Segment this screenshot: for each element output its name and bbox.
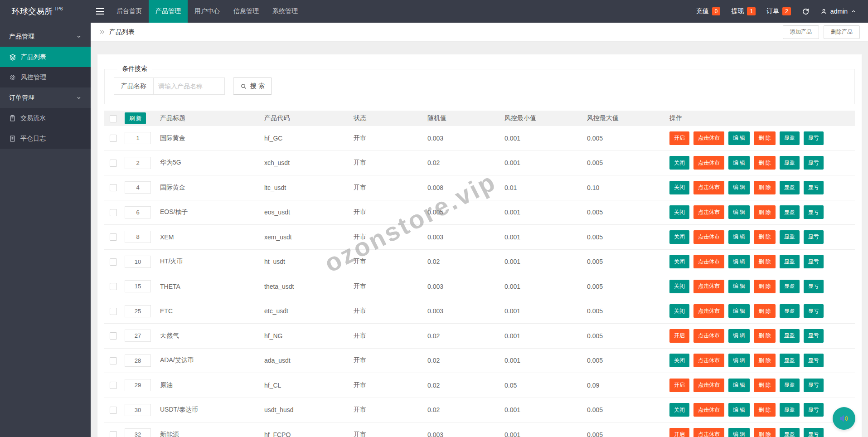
show-profit-button[interactable]: 显盈	[780, 403, 800, 417]
row-checkbox[interactable]	[110, 209, 117, 216]
edit-button[interactable]: 编 辑	[728, 379, 750, 392]
row-id-input[interactable]: 29	[125, 379, 151, 391]
toggle-status-button[interactable]: 开启	[669, 428, 689, 437]
delete-button[interactable]: 删 除	[754, 304, 775, 318]
edit-button[interactable]: 编 辑	[728, 181, 750, 194]
row-checkbox[interactable]	[110, 308, 117, 315]
show-loss-button[interactable]: 显亏	[804, 255, 824, 268]
toggle-status-button[interactable]: 关闭	[669, 354, 689, 367]
market-close-button[interactable]: 点击休市	[693, 255, 724, 268]
sidebar-group-product-management[interactable]: 产品管理	[0, 26, 91, 47]
toggle-status-button[interactable]: 关闭	[669, 304, 689, 318]
row-id-input[interactable]: 1	[125, 132, 151, 144]
sidebar-group-order-management[interactable]: 订单管理	[0, 87, 91, 108]
market-close-button[interactable]: 点击休市	[693, 379, 724, 392]
row-checkbox[interactable]	[110, 135, 117, 142]
edit-button[interactable]: 编 辑	[728, 255, 750, 268]
edit-button[interactable]: 编 辑	[728, 131, 750, 145]
market-close-button[interactable]: 点击休市	[693, 403, 724, 417]
show-loss-button[interactable]: 显亏	[804, 354, 824, 367]
delete-button[interactable]: 删 除	[754, 379, 775, 392]
nav-item-system-management[interactable]: 系统管理	[266, 0, 305, 23]
show-profit-button[interactable]: 显盈	[780, 304, 800, 318]
market-close-button[interactable]: 点击休市	[693, 181, 724, 194]
sound-toggle-button[interactable]	[833, 407, 855, 430]
show-profit-button[interactable]: 显盈	[780, 255, 800, 268]
select-all-checkbox[interactable]	[110, 115, 117, 122]
row-checkbox[interactable]	[110, 283, 117, 290]
refresh-button[interactable]: 刷 新	[125, 112, 146, 124]
sidebar-item-close-position-log[interactable]: 平仓日志	[0, 128, 91, 149]
show-loss-button[interactable]: 显亏	[804, 156, 824, 170]
refresh-icon[interactable]	[802, 8, 810, 15]
toggle-status-button[interactable]: 开启	[669, 131, 689, 145]
delete-button[interactable]: 删 除	[754, 255, 775, 268]
show-loss-button[interactable]: 显亏	[804, 329, 824, 343]
nav-item-home[interactable]: 后台首页	[110, 0, 149, 23]
show-profit-button[interactable]: 显盈	[780, 379, 800, 392]
market-close-button[interactable]: 点击休市	[693, 329, 724, 343]
row-checkbox[interactable]	[110, 431, 117, 437]
toggle-status-button[interactable]: 关闭	[669, 205, 689, 219]
row-checkbox[interactable]	[110, 382, 117, 389]
row-id-input[interactable]: 6	[125, 206, 151, 218]
row-id-input[interactable]: 4	[125, 181, 151, 194]
order-notice[interactable]: 订单 2	[766, 7, 791, 15]
market-close-button[interactable]: 点击休市	[693, 304, 724, 318]
show-loss-button[interactable]: 显亏	[804, 379, 824, 392]
delete-button[interactable]: 删 除	[754, 403, 775, 417]
edit-button[interactable]: 编 辑	[728, 230, 750, 244]
toggle-status-button[interactable]: 关闭	[669, 255, 689, 268]
show-loss-button[interactable]: 显亏	[804, 304, 824, 318]
market-close-button[interactable]: 点击休市	[693, 354, 724, 367]
market-close-button[interactable]: 点击休市	[693, 230, 724, 244]
add-product-button[interactable]: 添加产品	[783, 25, 819, 39]
show-loss-button[interactable]: 显亏	[804, 230, 824, 244]
show-loss-button[interactable]: 显亏	[804, 428, 824, 437]
show-profit-button[interactable]: 显盈	[780, 280, 800, 293]
row-id-input[interactable]: 8	[125, 231, 151, 243]
row-checkbox[interactable]	[110, 258, 117, 266]
show-loss-button[interactable]: 显亏	[804, 280, 824, 293]
show-profit-button[interactable]: 显盈	[780, 181, 800, 194]
row-id-input[interactable]: 10	[125, 256, 151, 268]
sidebar-item-risk-management[interactable]: 风控管理	[0, 67, 91, 87]
market-close-button[interactable]: 点击休市	[693, 280, 724, 293]
show-loss-button[interactable]: 显亏	[804, 131, 824, 145]
toggle-status-button[interactable]: 关闭	[669, 181, 689, 194]
user-menu[interactable]: admin	[820, 8, 856, 15]
nav-item-info-management[interactable]: 信息管理	[227, 0, 266, 23]
delete-button[interactable]: 删 除	[754, 280, 775, 293]
row-checkbox[interactable]	[110, 357, 117, 364]
edit-button[interactable]: 编 辑	[728, 403, 750, 417]
delete-button[interactable]: 删 除	[754, 131, 775, 145]
delete-button[interactable]: 删 除	[754, 156, 775, 170]
edit-button[interactable]: 编 辑	[728, 428, 750, 437]
toggle-status-button[interactable]: 关闭	[669, 230, 689, 244]
show-profit-button[interactable]: 显盈	[780, 205, 800, 219]
market-close-button[interactable]: 点击休市	[693, 205, 724, 219]
show-loss-button[interactable]: 显亏	[804, 205, 824, 219]
toggle-status-button[interactable]: 开启	[669, 379, 689, 392]
edit-button[interactable]: 编 辑	[728, 329, 750, 343]
row-id-input[interactable]: 32	[125, 428, 151, 437]
toggle-status-button[interactable]: 关闭	[669, 156, 689, 170]
row-checkbox[interactable]	[110, 160, 117, 167]
sidebar-toggle-icon[interactable]	[91, 0, 110, 23]
row-id-input[interactable]: 25	[125, 305, 151, 317]
product-name-input[interactable]	[153, 78, 225, 95]
show-loss-button[interactable]: 显亏	[804, 181, 824, 194]
search-button[interactable]: 搜 索	[233, 78, 272, 95]
recharge-notice[interactable]: 充值 0	[696, 7, 721, 15]
show-profit-button[interactable]: 显盈	[780, 131, 800, 145]
show-profit-button[interactable]: 显盈	[780, 428, 800, 437]
delete-product-button[interactable]: 删除产品	[824, 25, 860, 39]
edit-button[interactable]: 编 辑	[728, 304, 750, 318]
show-loss-button[interactable]: 显亏	[804, 403, 824, 417]
sidebar-item-product-list[interactable]: 产品列表	[0, 47, 91, 67]
toggle-status-button[interactable]: 关闭	[669, 280, 689, 293]
row-checkbox[interactable]	[110, 233, 117, 241]
market-close-button[interactable]: 点击休市	[693, 156, 724, 170]
delete-button[interactable]: 删 除	[754, 205, 775, 219]
market-close-button[interactable]: 点击休市	[693, 131, 724, 145]
